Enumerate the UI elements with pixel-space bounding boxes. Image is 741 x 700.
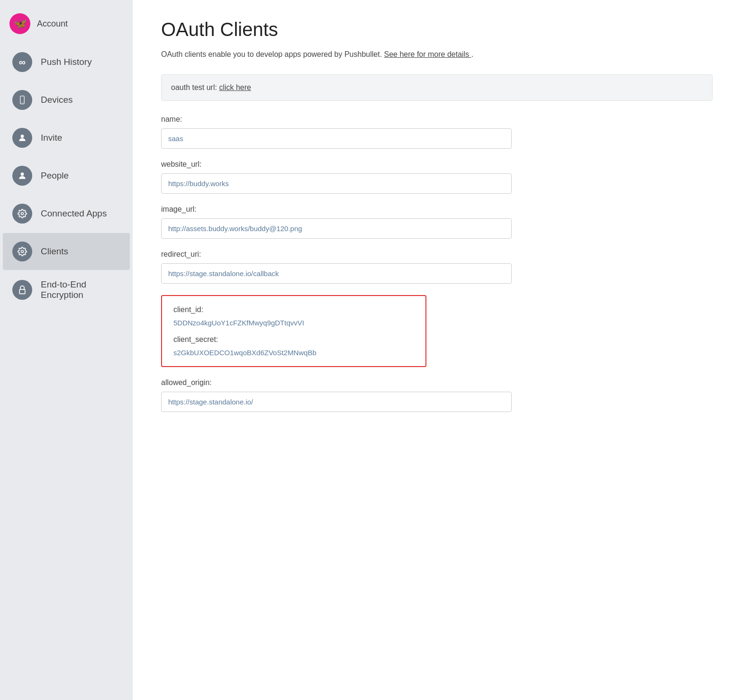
website-url-input[interactable] xyxy=(161,173,512,194)
allowed-origin-field-group: allowed_origin: xyxy=(161,378,713,412)
sidebar: 🦋 Account ∞ Push History Devices Invite … xyxy=(0,0,133,700)
name-label: name: xyxy=(161,115,713,124)
client-credentials-box: client_id: 5DDNzo4kgUoY1cFZKfMwyq9gDTtqv… xyxy=(161,295,426,367)
allowed-origin-label: allowed_origin: xyxy=(161,378,713,387)
sidebar-item-people[interactable]: People xyxy=(3,157,130,194)
description-text: OAuth clients enable you to develop apps… xyxy=(161,50,384,58)
client-secret-value: s2GkbUXOEDCO1wqoBXd6ZVoSt2MNwqBb xyxy=(173,349,414,357)
sidebar-item-devices[interactable]: Devices xyxy=(3,81,130,118)
infinity-icon: ∞ xyxy=(12,52,32,72)
image-url-label: image_url: xyxy=(161,205,713,214)
sidebar-item-clients[interactable]: Clients xyxy=(3,233,130,270)
page-title: OAuth Clients xyxy=(161,19,713,40)
redirect-uri-field-group: redirect_uri: xyxy=(161,250,713,284)
sidebar-item-label: Devices xyxy=(41,95,73,105)
oauth-test-bar: oauth test url: click here xyxy=(161,74,713,101)
device-icon xyxy=(12,90,32,110)
main-content: OAuth Clients OAuth clients enable you t… xyxy=(133,0,741,700)
sidebar-account-item[interactable]: 🦋 Account xyxy=(0,5,133,43)
sidebar-item-label: End-to-End Encryption xyxy=(41,279,120,300)
people-icon xyxy=(12,166,32,186)
allowed-origin-input[interactable] xyxy=(161,392,512,412)
website-url-field-group: website_url: xyxy=(161,160,713,194)
sidebar-item-label: Invite xyxy=(41,133,62,143)
redirect-uri-label: redirect_uri: xyxy=(161,250,713,259)
client-id-value: 5DDNzo4kgUoY1cFZKfMwyq9gDTtqvvVI xyxy=(173,319,414,327)
sidebar-item-push-history[interactable]: ∞ Push History xyxy=(3,44,130,81)
svg-point-5 xyxy=(21,251,24,253)
svg-point-2 xyxy=(21,135,24,138)
sidebar-item-label: Push History xyxy=(41,57,92,67)
sidebar-item-label: Clients xyxy=(41,246,68,257)
clients-gear-icon xyxy=(12,242,32,261)
account-avatar: 🦋 xyxy=(9,13,30,34)
sidebar-item-invite[interactable]: Invite xyxy=(3,119,130,156)
description-end: . xyxy=(471,50,473,58)
image-url-field-group: image_url: xyxy=(161,205,713,239)
redirect-uri-input[interactable] xyxy=(161,263,512,284)
name-field-group: name: xyxy=(161,115,713,149)
name-input[interactable] xyxy=(161,128,512,149)
sidebar-item-connected-apps[interactable]: Connected Apps xyxy=(3,195,130,232)
svg-rect-6 xyxy=(19,289,25,294)
sidebar-account-label: Account xyxy=(37,19,68,29)
oauth-test-label: oauth test url: xyxy=(171,83,219,91)
person-icon xyxy=(12,128,32,148)
description-link[interactable]: See here for more details xyxy=(384,50,471,58)
page-description: OAuth clients enable you to develop apps… xyxy=(161,49,713,60)
svg-point-3 xyxy=(21,172,24,176)
client-id-label: client_id: xyxy=(173,305,414,314)
gear-icon xyxy=(12,204,32,224)
image-url-input[interactable] xyxy=(161,218,512,239)
lock-icon xyxy=(12,280,32,300)
sidebar-item-label: People xyxy=(41,171,69,181)
sidebar-item-end-to-end-encryption[interactable]: End-to-End Encryption xyxy=(3,271,130,309)
client-secret-label: client_secret: xyxy=(173,335,414,344)
website-url-label: website_url: xyxy=(161,160,713,169)
svg-point-4 xyxy=(21,213,24,215)
oauth-test-link[interactable]: click here xyxy=(219,83,251,91)
sidebar-item-label: Connected Apps xyxy=(41,208,107,219)
